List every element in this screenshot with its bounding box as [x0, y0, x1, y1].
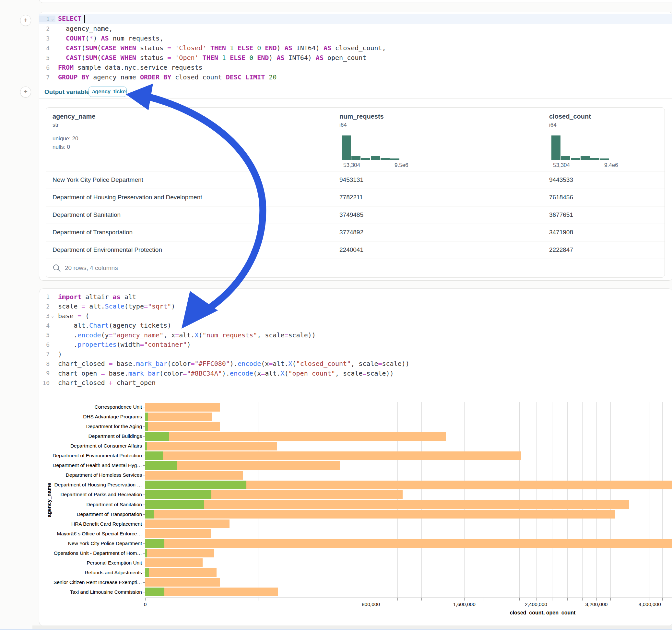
line-number: 6 [40, 64, 50, 71]
histogram-bar [352, 156, 360, 160]
histogram-bar [551, 136, 560, 160]
line-number-gutter: 3⌄ [39, 312, 55, 319]
code-text[interactable]: alt.Chart(agency_tickets) [55, 321, 171, 329]
code-line[interactable]: 4 CAST(SUM(CASE WHEN status = 'Closed' T… [39, 43, 672, 53]
value-cell: 2240041 [339, 246, 363, 253]
value-cell: 3749485 [339, 211, 363, 218]
line-number-gutter: 5 [39, 54, 55, 61]
code-text[interactable]: SELECT [55, 15, 85, 23]
sql-cell-card: 1⌄SELECT2 agency_name,3 COUNT(*) AS num_… [39, 12, 672, 281]
line-number-gutter: 10 [39, 380, 55, 386]
code-text[interactable]: chart_open = base.mark_bar(color="#8BC34… [55, 369, 394, 377]
line-number-gutter: 7 [39, 74, 55, 81]
line-number: 2 [40, 25, 50, 32]
column-header[interactable]: agency_name [52, 113, 95, 120]
code-line[interactable]: 4 alt.Chart(agency_tickets) [39, 321, 672, 331]
code-text[interactable]: import altair as alt [55, 293, 136, 301]
code-text[interactable]: COUNT(*) AS num_requests, [55, 34, 163, 42]
table-row[interactable]: Department of Sanitation37494853677651 [46, 206, 665, 224]
agency-name-cell: New York City Police Department [52, 176, 143, 184]
histogram-bar [590, 158, 599, 160]
histogram-bar [600, 159, 609, 160]
line-number: 2 [40, 303, 50, 310]
next-cell-edge [0, 629, 672, 630]
code-text[interactable]: scale = alt.Scale(type="sqrt") [55, 302, 175, 310]
table-row[interactable]: Department of Environmental Protection22… [46, 241, 665, 259]
code-text[interactable]: .encode(y="agency_name", x=alt.X("num_re… [55, 331, 316, 339]
fold-chevron-icon[interactable]: ⌄ [50, 17, 55, 21]
line-number: 4 [40, 45, 50, 51]
table-row-count: 20 rows, 4 columns [65, 264, 118, 272]
add-cell-button[interactable]: + [20, 15, 31, 26]
code-line[interactable]: 1import altair as alt [39, 292, 672, 302]
code-line[interactable]: 10chart_closed + chart_open [39, 378, 672, 388]
code-text[interactable]: ) [55, 350, 62, 358]
y-axis-title: agency_name [46, 483, 52, 517]
output-variable-label: Output variable: [44, 89, 92, 96]
histogram-min-label: 53,304 [343, 162, 360, 169]
column-stat: unique: 20 [52, 136, 78, 142]
search-icon[interactable] [52, 264, 61, 272]
column-stat: nulls: 0 [52, 144, 70, 150]
code-text[interactable]: .properties(width="container") [55, 341, 191, 348]
value-cell: 3774892 [339, 229, 363, 236]
code-line[interactable]: 9chart_open = base.mark_bar(color="#8BC3… [39, 368, 672, 378]
histogram-bar [381, 158, 390, 160]
table-row[interactable]: Department of Transportation377489234719… [46, 224, 665, 241]
column-header[interactable]: closed_count [549, 113, 591, 120]
column-histogram [342, 136, 399, 160]
line-number-gutter: 4 [39, 45, 55, 51]
value-cell: 7782211 [339, 194, 363, 201]
table-row[interactable]: Department of Housing Preservation and D… [46, 189, 665, 207]
code-line[interactable]: 7) [39, 349, 672, 359]
agency-name-cell: Department of Transportation [52, 229, 133, 236]
code-text[interactable]: chart_closed = base.mark_bar(color="#FFC… [55, 360, 409, 367]
code-line[interactable]: 5 .encode(y="agency_name", x=alt.X("num_… [39, 330, 672, 340]
code-text[interactable]: agency_name, [55, 25, 113, 32]
histogram-max-label: 9.4e6 [604, 162, 618, 169]
line-number: 8 [40, 360, 50, 367]
text-cursor [84, 15, 85, 23]
code-text[interactable]: FROM sample_data.nyc.service_requests [55, 64, 202, 71]
code-line[interactable]: 2scale = alt.Scale(type="sqrt") [39, 302, 672, 311]
column-type: i64 [339, 122, 347, 128]
code-line[interactable]: 8chart_closed = base.mark_bar(color="#FF… [39, 359, 672, 369]
table-row[interactable]: New York City Police Department945313194… [46, 171, 665, 189]
column-histogram [551, 136, 609, 160]
line-number: 1 [40, 16, 50, 22]
code-text[interactable]: GROUP BY agency_name ORDER BY closed_cou… [55, 73, 277, 81]
code-line[interactable]: 3⌄base = ( [39, 311, 672, 321]
line-number-gutter: 2 [39, 303, 55, 310]
code-line[interactable]: 2 agency_name, [39, 24, 672, 33]
fold-chevron-icon[interactable]: ⌄ [50, 314, 55, 318]
column-header[interactable]: num_requests [339, 113, 384, 120]
histogram-bar [561, 156, 570, 160]
histogram-max-label: 9.5e6 [394, 162, 408, 169]
code-text[interactable]: CAST(SUM(CASE WHEN status = 'Closed' THE… [55, 44, 386, 52]
code-text[interactable]: CAST(SUM(CASE WHEN status = 'Open' THEN … [55, 54, 366, 62]
output-variable-pill[interactable]: agency_tickets [89, 87, 127, 97]
code-line[interactable]: 5 CAST(SUM(CASE WHEN status = 'Open' THE… [39, 53, 672, 63]
python-cell-card: 1import altair as alt2scale = alt.Scale(… [39, 288, 672, 626]
line-number-gutter: 4 [39, 322, 55, 329]
code-line[interactable]: 1⌄SELECT [39, 14, 672, 24]
code-text[interactable]: base = ( [55, 312, 89, 320]
x-axis-title: closed_count, open_count [510, 610, 576, 616]
code-line[interactable]: 7GROUP BY agency_name ORDER BY closed_co… [39, 72, 672, 82]
line-number-gutter: 7 [39, 350, 55, 358]
agency-name-cell: Department of Sanitation [52, 211, 121, 218]
page-bottom-strip [32, 626, 672, 629]
code-text[interactable]: chart_closed + chart_open [55, 379, 155, 387]
python-code-editor[interactable]: 1import altair as alt2scale = alt.Scale(… [39, 292, 672, 388]
code-line[interactable]: 6FROM sample_data.nyc.service_requests [39, 63, 672, 72]
code-line[interactable]: 3 COUNT(*) AS num_requests, [39, 33, 672, 43]
line-number: 7 [40, 350, 50, 358]
value-cell: 3677651 [549, 211, 573, 218]
sql-code-editor[interactable]: 1⌄SELECT2 agency_name,3 COUNT(*) AS num_… [39, 14, 672, 82]
line-number: 5 [40, 332, 50, 338]
line-number: 7 [40, 74, 50, 81]
value-cell: 9453131 [339, 176, 363, 184]
line-number-gutter: 1⌄ [39, 16, 55, 22]
code-line[interactable]: 6 .properties(width="container") [39, 340, 672, 350]
add-cell-button[interactable]: + [20, 87, 31, 98]
